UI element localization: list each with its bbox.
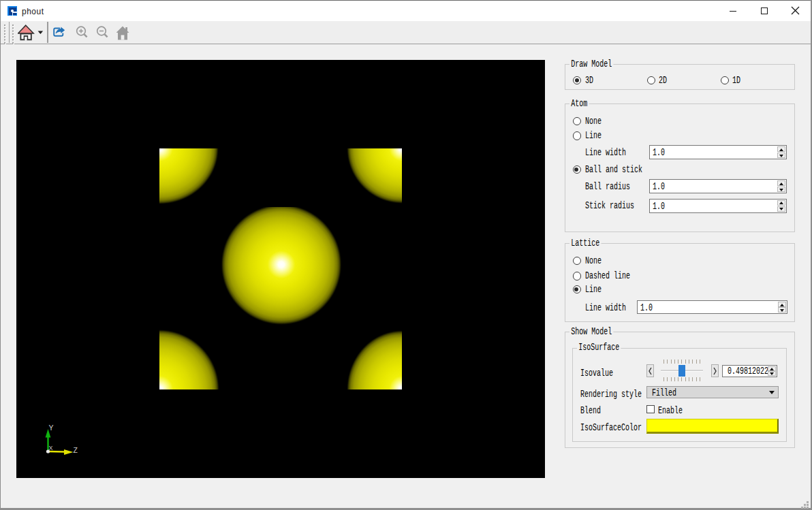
svg-text:X: X <box>49 445 53 451</box>
svg-text:Y: Y <box>49 424 54 432</box>
svg-text:Z: Z <box>74 446 78 454</box>
